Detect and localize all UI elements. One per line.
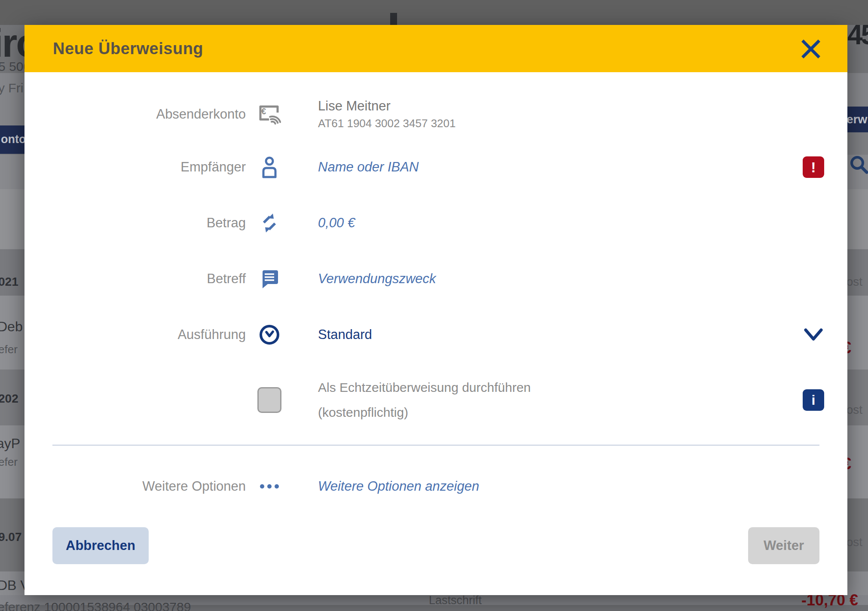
subject-label: Betreff — [24, 271, 246, 287]
backdrop-balance-fragment: 45 — [847, 19, 868, 51]
screen: iro 45 5 500 y Fri ontod erw 021 tost De… — [0, 0, 868, 611]
backdrop-merchant-fragment: Deb — [0, 319, 23, 335]
recipient-input[interactable]: Name oder IBAN — [318, 159, 419, 174]
backdrop-date-fragment: 202 — [0, 392, 18, 406]
realtime-checkbox[interactable] — [257, 387, 281, 413]
person-icon — [258, 156, 281, 179]
clock-icon — [258, 323, 281, 346]
execution-label: Ausführung — [24, 327, 246, 342]
sender-name: Lise Meitner — [318, 98, 847, 114]
ellipsis-icon — [260, 484, 279, 489]
dialog-header: Neue Überweisung — [24, 25, 847, 72]
transfer-arrows-icon — [258, 211, 281, 235]
sender-account-row: Absenderkonto € Lise Meitner AT61 1904 3… — [24, 89, 847, 139]
subject-input[interactable]: Verwendungszweck — [318, 271, 436, 286]
realtime-transfer-row: Als Echtzeitüberweisung durchführen (kos… — [24, 363, 847, 437]
backdrop-reference-line: eferenz 100001538964 03003789 — [0, 600, 191, 611]
error-badge-icon[interactable]: ! — [803, 156, 824, 178]
amount-input[interactable]: 0,00 € — [318, 215, 355, 230]
backdrop-date-fragment: 9.07 — [0, 530, 22, 544]
amount-row: Betrag 0,00 € — [24, 195, 847, 251]
recipient-row: Empfänger Name oder IBAN ! — [24, 139, 847, 195]
more-options-link[interactable]: Weitere Optionen anzeigen — [318, 479, 479, 494]
sender-iban: AT61 1904 3002 3457 3201 — [318, 117, 847, 130]
backdrop-merchant-fragment: ayP — [0, 436, 20, 452]
execution-select-value[interactable]: Standard — [318, 327, 372, 342]
backdrop-type-label: Lastschrift — [429, 594, 482, 607]
amount-label: Betrag — [24, 215, 246, 231]
chevron-down-icon[interactable] — [803, 327, 824, 342]
sender-account-label: Absenderkonto — [24, 107, 246, 122]
subject-row: Betreff Verwendungszweck — [24, 251, 847, 307]
close-icon[interactable] — [801, 39, 821, 59]
backdrop-letter-stub — [390, 13, 397, 25]
realtime-label-line1: Als Echtzeitüberweisung durchführen — [318, 375, 803, 400]
cancel-button[interactable]: Abbrechen — [52, 527, 149, 564]
backdrop-tab-konto: ontod — [0, 125, 24, 154]
transfer-dialog: Neue Überweisung Absenderkonto € — [24, 25, 847, 595]
dialog-title: Neue Überweisung — [53, 40, 203, 58]
more-options-row: Weitere Optionen Weitere Optionen anzeig… — [24, 446, 847, 527]
more-options-label: Weitere Optionen — [24, 479, 246, 494]
svg-text:€: € — [261, 107, 266, 116]
next-button[interactable]: Weiter — [748, 527, 819, 564]
backdrop-band — [0, 0, 868, 25]
backdrop-date-fragment: 021 — [0, 275, 18, 289]
dialog-footer: Abbrechen Weiter — [24, 527, 847, 564]
execution-row: Ausführung Standard — [24, 307, 847, 363]
info-badge-icon[interactable]: i — [803, 389, 824, 411]
recipient-label: Empfänger — [24, 159, 246, 175]
backdrop-owner-fragment: y Fri — [0, 81, 23, 95]
account-card-icon: € — [257, 102, 282, 126]
backdrop-reference-fragment: efer — [0, 455, 18, 469]
backdrop-reference-fragment: efer — [0, 343, 18, 356]
search-icon — [849, 155, 868, 174]
message-icon — [258, 268, 281, 290]
sender-account-value[interactable]: Lise Meitner AT61 1904 3002 3457 3201 — [293, 98, 847, 130]
realtime-label-line2: (kostenpflichtig) — [318, 400, 803, 425]
